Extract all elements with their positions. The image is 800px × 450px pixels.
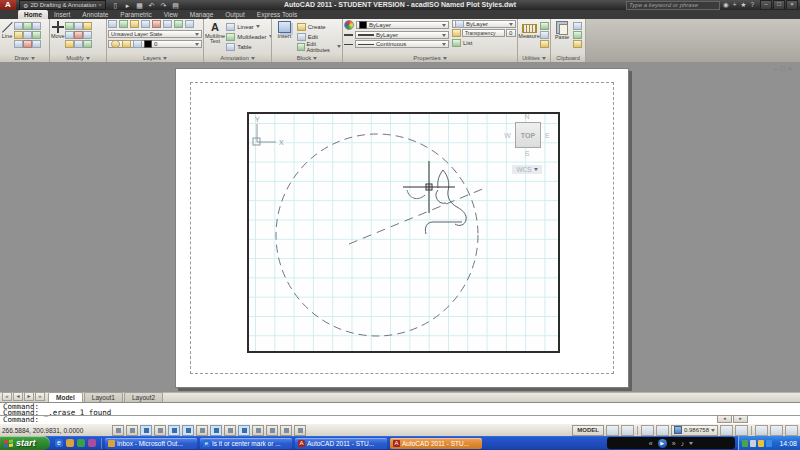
- ellipse-icon[interactable]: [23, 31, 32, 39]
- cut-icon[interactable]: [573, 22, 582, 30]
- layer-dropdown[interactable]: 0: [108, 40, 202, 48]
- linear-dimension-button[interactable]: Linear: [226, 22, 271, 31]
- search-icon[interactable]: ◉: [723, 1, 729, 9]
- hatch-icon[interactable]: [32, 31, 41, 39]
- copy-clip-icon[interactable]: [573, 31, 582, 39]
- save-button[interactable]: ▦: [135, 1, 143, 10]
- color-dropdown[interactable]: ByLayer: [356, 21, 449, 29]
- command-window[interactable]: Command: Command: _.erase 1 found Comman…: [0, 402, 800, 424]
- point-icon[interactable]: [23, 40, 32, 48]
- tab-view[interactable]: View: [158, 10, 184, 19]
- model-tab[interactable]: Model: [48, 392, 83, 402]
- rotate-icon[interactable]: [65, 22, 74, 30]
- osnap-toggle[interactable]: [182, 425, 194, 436]
- trim-icon[interactable]: [74, 22, 83, 30]
- plotstyle-dropdown[interactable]: ByLayer: [452, 20, 516, 28]
- favorites-icon[interactable]: ★: [741, 1, 747, 9]
- layer-properties-icon[interactable]: [108, 20, 117, 28]
- copy-icon[interactable]: [65, 31, 74, 39]
- measure-button[interactable]: Measure: [519, 20, 539, 53]
- id-point-icon[interactable]: [540, 40, 549, 48]
- layer-state-dropdown[interactable]: Unsaved Layer State: [108, 30, 202, 38]
- infer-constraints-toggle[interactable]: [112, 425, 124, 436]
- transparency-icon[interactable]: [452, 29, 461, 37]
- last-tab-button[interactable]: »: [35, 392, 45, 401]
- transparency-toggle[interactable]: [266, 425, 278, 436]
- selection-cycling-toggle[interactable]: [294, 425, 306, 436]
- linetype-dropdown[interactable]: Continuous: [355, 40, 449, 48]
- doc-close-button[interactable]: ×: [788, 65, 792, 73]
- autoscale-icon[interactable]: [735, 425, 748, 436]
- task-outlook[interactable]: Inbox - Microsoft Out...: [105, 438, 197, 449]
- transparency-value[interactable]: 0: [506, 29, 516, 37]
- media-prev-button[interactable]: «: [649, 440, 653, 447]
- media-next-button[interactable]: »: [672, 440, 676, 447]
- layout2-tab[interactable]: Layout2: [124, 392, 163, 402]
- layer-isolate-icon[interactable]: [130, 20, 139, 28]
- workspace-switcher[interactable]: ⚙ 2D Drafting & Annotation: [19, 0, 106, 10]
- dashed-centerline[interactable]: [349, 188, 485, 244]
- drawing-area[interactable]: Y X N W TOP E S WCS – □ ×: [0, 62, 800, 392]
- lineweight-dropdown[interactable]: ByLayer: [355, 31, 449, 39]
- layers-panel-label[interactable]: Layers: [107, 54, 203, 62]
- annotation-scale-dropdown[interactable]: 0.986758: [671, 425, 718, 436]
- viewcube-top-face[interactable]: TOP: [515, 122, 541, 148]
- profile-notch[interactable]: [436, 190, 446, 203]
- outlook-quicklaunch-icon[interactable]: [66, 439, 74, 447]
- create-block-button[interactable]: Create: [297, 22, 341, 31]
- mirror-icon[interactable]: [74, 31, 83, 39]
- profile-hook[interactable]: [425, 222, 462, 234]
- block-panel-label[interactable]: Block: [272, 54, 342, 62]
- properties-panel-label[interactable]: Properties: [343, 54, 517, 62]
- lineweight-icon[interactable]: [344, 34, 353, 36]
- next-tab-button[interactable]: ▸: [24, 392, 34, 401]
- annotation-panel-label[interactable]: Annotation: [204, 54, 271, 62]
- clipboard-panel-label[interactable]: Clipboard: [551, 54, 585, 62]
- model-space-button[interactable]: MODEL: [572, 425, 604, 436]
- multileader-button[interactable]: Multileader: [226, 32, 271, 41]
- tab-express-tools[interactable]: Express Tools: [251, 10, 303, 19]
- search-input[interactable]: [626, 1, 720, 10]
- layer-match-icon[interactable]: [163, 20, 172, 28]
- quick-view-drawings-icon[interactable]: [621, 425, 634, 436]
- scroll-right-button[interactable]: ▸: [733, 415, 748, 423]
- network-tray-icon[interactable]: [766, 440, 772, 447]
- array-icon[interactable]: [83, 40, 92, 48]
- match-properties-icon[interactable]: [573, 40, 582, 48]
- viewcube[interactable]: N W TOP E S WCS: [496, 112, 558, 174]
- tab-output[interactable]: Output: [219, 10, 251, 19]
- quick-properties-toggle[interactable]: [280, 425, 292, 436]
- open-file-button[interactable]: ▸: [123, 1, 131, 10]
- close-button[interactable]: ×: [786, 0, 798, 10]
- tab-parametric[interactable]: Parametric: [114, 10, 157, 19]
- spline-icon[interactable]: [14, 40, 23, 48]
- modify-panel-label[interactable]: Modify: [50, 54, 106, 62]
- doc-restore-button[interactable]: □: [781, 65, 785, 73]
- workspace-switching-icon[interactable]: [755, 425, 768, 436]
- media-play-button[interactable]: ▶: [658, 439, 667, 448]
- tab-insert[interactable]: Insert: [48, 10, 76, 19]
- erase-icon[interactable]: [83, 22, 92, 30]
- new-file-button[interactable]: ▯: [111, 1, 119, 10]
- volume-tray-icon[interactable]: [750, 440, 756, 447]
- object-color-icon[interactable]: [344, 20, 354, 30]
- pan-icon[interactable]: [641, 425, 654, 436]
- table-button[interactable]: Table: [226, 42, 271, 51]
- utilities-panel-label[interactable]: Utilities: [518, 54, 550, 62]
- scale-icon[interactable]: [74, 40, 83, 48]
- polyline-icon[interactable]: [14, 22, 23, 30]
- restore-button[interactable]: □: [773, 0, 785, 10]
- task-autocad-1[interactable]: A AutoCAD 2011 - STU...: [295, 438, 387, 449]
- security-tray-icon[interactable]: [742, 440, 748, 447]
- viewcube-south[interactable]: S: [496, 149, 558, 158]
- draw-panel-label[interactable]: Draw: [0, 54, 49, 62]
- layer-freeze-icon[interactable]: [141, 20, 150, 28]
- paste-button[interactable]: Paste: [552, 20, 572, 53]
- arc-segment[interactable]: [407, 190, 425, 199]
- redo-button[interactable]: ↷: [159, 1, 167, 10]
- move-tool-button[interactable]: Move: [51, 20, 64, 53]
- toolbar-lock-icon[interactable]: [770, 425, 783, 436]
- region-icon[interactable]: [32, 40, 41, 48]
- line-tool-button[interactable]: Line: [1, 20, 13, 53]
- zoom-icon[interactable]: [656, 425, 669, 436]
